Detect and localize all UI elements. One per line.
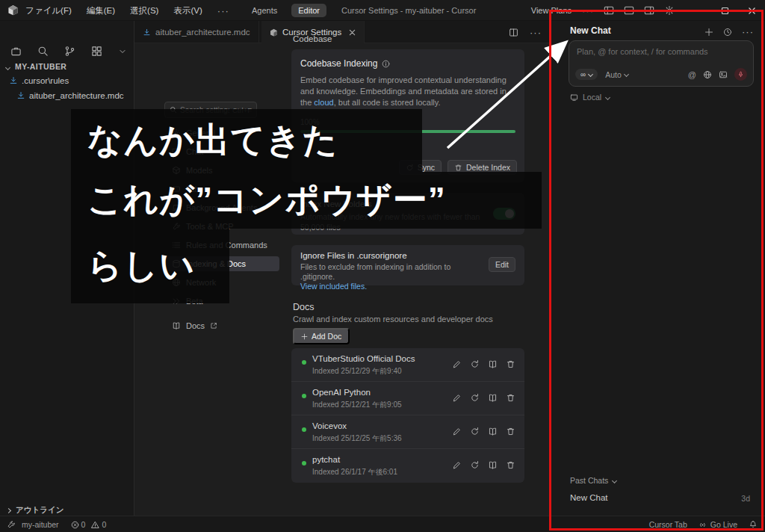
model-label: Auto [605,70,622,79]
pencil-icon[interactable] [452,393,462,403]
tree-item-label: aituber_architecture.mdc [29,91,124,100]
doc-name: Voicevox [312,421,347,430]
gear-icon[interactable] [664,5,675,16]
edit-label: Edit [495,260,509,269]
globe-icon[interactable] [703,70,712,79]
image-icon[interactable] [719,70,728,79]
mdc-file-icon [143,28,151,37]
section-outline[interactable]: アウトライン [7,505,64,516]
trash-icon[interactable] [506,427,515,436]
agent-mode-selector[interactable]: ∞ [575,69,598,80]
layout-panel-icon[interactable] [624,5,634,16]
past-chats-toggle[interactable]: Past Chats [570,476,616,485]
menu-file[interactable]: ファイル(F) [25,5,72,16]
add-doc-label: Add Doc [312,332,341,341]
refresh-icon[interactable] [470,393,480,403]
activity-bar [10,46,127,57]
editor-more-icon[interactable]: ··· [530,27,542,38]
close-tab-icon[interactable] [349,29,356,36]
view-plans-button[interactable]: View Plans [531,6,572,15]
book-icon[interactable] [488,427,498,436]
trash-icon[interactable] [506,460,515,470]
close-window-button[interactable] [738,0,765,21]
titlebar: ファイル(F) 編集(E) 選択(S) 表示(V) ··· Agents Edi… [0,0,765,21]
warning-icon [91,521,99,529]
tools-icon[interactable] [7,520,16,529]
explorer-root-folder[interactable]: MY-AITUBER [15,62,66,71]
cloud-link[interactable]: cloud [314,98,333,107]
doc-row-voicevox[interactable]: Voicevox Indexed 25/12/25 午前5:36 [291,415,524,449]
workspace-name[interactable]: my-aituber [22,520,59,529]
book-icon[interactable] [488,359,498,369]
maximize-button[interactable] [711,0,738,21]
ignore-files-card: Ignore Files in .cursorignore Files to e… [291,245,524,285]
edit-cursorignore-button[interactable]: Edit [489,257,515,272]
extensions-icon[interactable] [91,46,102,57]
problems-indicator[interactable]: 0 0 [71,520,107,529]
menubar: ファイル(F) 編集(E) 選択(S) 表示(V) ··· [25,0,229,21]
chat-input[interactable] [577,47,746,56]
titlebar-center: Agents Editor Cursor Settings - my-aitub… [245,0,476,21]
tree-item-cursor-rules[interactable]: .cursor\rules [9,76,69,85]
chevron-down-icon[interactable] [118,47,127,56]
codebase-section-heading: Codebase [293,34,332,43]
view-included-files-link[interactable]: View included files. [300,282,367,291]
mode-tab-editor[interactable]: Editor [291,4,326,17]
trash-icon[interactable] [506,393,515,403]
layout-sidebar-right-icon[interactable] [644,5,654,16]
doc-row-pytchat[interactable]: pytchat Indexed 26/1/17 午後6:01 [291,449,524,483]
cursor-logo-icon [7,4,19,16]
history-clock-icon[interactable] [723,26,732,37]
refresh-icon[interactable] [470,359,480,369]
indexed-status-dot [302,461,306,466]
at-mention-icon[interactable]: @ [688,70,696,79]
bell-icon[interactable] [749,520,758,529]
search-icon[interactable] [37,46,49,57]
add-doc-button[interactable]: Add Doc [293,328,350,344]
annotation-text-line1: なんか出てきた [71,109,422,172]
pencil-icon[interactable] [452,460,462,470]
split-editor-icon[interactable] [509,27,518,38]
menubar-more-icon[interactable]: ··· [217,5,229,16]
layout-sidebar-left-icon[interactable] [604,5,614,16]
info-icon[interactable] [382,60,390,68]
book-icon[interactable] [488,393,498,403]
minimize-button[interactable] [684,0,711,21]
model-selector[interactable]: Auto [605,70,628,79]
chat-history-item[interactable]: New Chat 3d [551,490,765,508]
window-title: Cursor Settings - my-aituber - Cursor [341,6,476,15]
external-link-icon [210,322,217,330]
annotation-text-line2: これが”コンポウザー” [71,172,542,229]
menu-view[interactable]: 表示(V) [173,5,202,16]
doc-row-vtuberstudio[interactable]: VTuberStudio Official Docs Indexed 25/12… [291,348,524,382]
menu-edit[interactable]: 編集(E) [87,5,115,16]
mdc-file-icon [16,91,25,100]
chat-input-box[interactable]: ∞ Auto @ [569,40,754,87]
menu-selection[interactable]: 選択(S) [130,5,158,16]
new-chat-plus-icon[interactable] [704,26,713,37]
source-control-icon[interactable] [64,46,75,57]
refresh-icon[interactable] [470,427,480,436]
trash-icon[interactable] [506,359,515,369]
voice-mic-button[interactable] [734,68,747,81]
chat-more-icon[interactable]: ··· [742,26,754,37]
go-live-button[interactable]: Go Live [699,520,737,529]
mdc-file-icon [9,76,18,85]
book-icon[interactable] [488,460,498,470]
tab-aituber-architecture[interactable]: aituber_architecture.mdc [134,21,259,43]
pencil-icon[interactable] [452,359,462,369]
tabbar-actions: ··· [509,27,542,38]
titlebar-more-icon[interactable]: ··· [582,5,594,16]
toolbox-icon[interactable] [10,46,22,57]
explorer-root-chevron-icon[interactable] [5,65,10,70]
chevron-down-icon [612,477,617,483]
settings-nav-docs-link[interactable]: Docs [172,321,217,330]
annotation-text-line3: らしい [71,229,229,303]
context-local-selector[interactable]: Local [570,93,610,102]
refresh-icon[interactable] [470,460,480,470]
mode-tab-agents[interactable]: Agents [245,4,284,17]
doc-row-openai-python[interactable]: OpenAI Python Indexed 25/12/21 午前9:05 [291,382,524,415]
pencil-icon[interactable] [452,427,462,436]
tree-item-aituber-architecture[interactable]: aituber_architecture.mdc [16,91,124,100]
cursor-tab-status[interactable]: Cursor Tab [649,520,687,529]
